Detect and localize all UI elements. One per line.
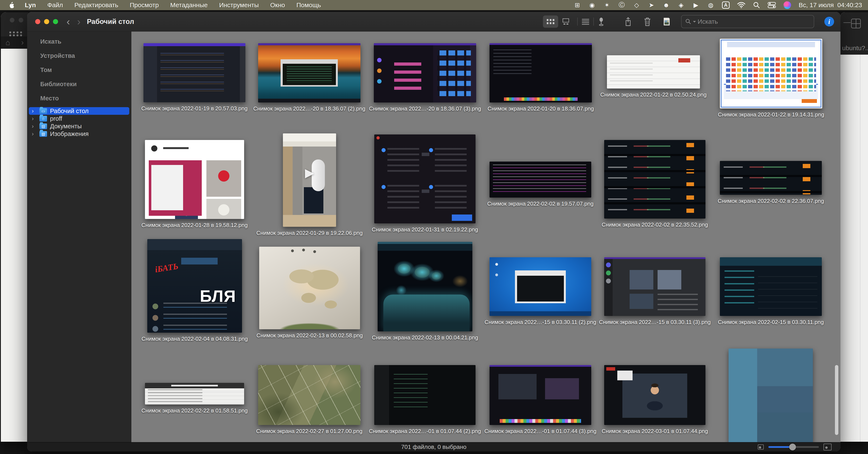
textsniper-icon[interactable]: ✶ [603, 1, 611, 9]
disclosure-chevron-icon[interactable]: › [32, 108, 36, 115]
forward-button[interactable]: › [77, 17, 81, 27]
gallery-view-button[interactable] [558, 15, 574, 28]
info-button[interactable]: i [824, 17, 834, 27]
sidebar-place-item[interactable]: › ▤ Документы [29, 122, 129, 130]
file-name-label: Снимок экрана 2022-01-22 в 19.14.31.png [718, 111, 824, 118]
file-thumbnail[interactable] [283, 133, 336, 227]
disclosure-chevron-icon[interactable]: › [32, 123, 36, 130]
file-thumbnail[interactable] [490, 162, 591, 198]
file-thumbnail[interactable] [604, 140, 706, 219]
file-thumbnail[interactable] [258, 43, 361, 102]
disclosure-chevron-icon[interactable]: › [32, 116, 36, 122]
zoom-button[interactable] [53, 19, 58, 24]
search-input[interactable] [698, 18, 810, 25]
menu-item[interactable]: Окно [265, 1, 291, 9]
slider-knob[interactable] [789, 444, 796, 450]
tab-grid-icon[interactable] [851, 19, 861, 28]
telegram-icon[interactable]: ➤ [648, 1, 655, 9]
file-thumbnail[interactable] [607, 55, 700, 89]
sidebar-section-search: Искать [40, 34, 131, 49]
menu-item[interactable]: Метаданные [164, 1, 213, 9]
menu-item[interactable]: Инструменты [213, 1, 265, 9]
file-thumbnail[interactable] [144, 43, 245, 102]
disclosure-chevron-icon[interactable]: › [32, 131, 36, 137]
background-window-left-header: ⌂ › [1, 12, 28, 49]
file-thumbnail[interactable] [728, 349, 813, 443]
file-name-label: Снимок экрана 2022…-20 в 18.36.07 (3).pn… [369, 105, 481, 112]
photos-app-icon[interactable] [663, 17, 671, 26]
file-name-label: Снимок экрана 2022-02-02 в 19.57.07.png [487, 200, 593, 207]
minimize-icon[interactable]: — [843, 18, 850, 26]
sidebar-place-label: Документы [50, 123, 82, 130]
play-circle-icon[interactable]: ▶ [692, 1, 700, 9]
bot-icon[interactable]: ☻ [663, 1, 670, 9]
traffic-light-dim-icon [10, 18, 14, 23]
file-thumbnail[interactable] [259, 247, 360, 329]
file-thumbnail[interactable] [490, 365, 591, 425]
file-thumbnail[interactable] [604, 365, 706, 425]
file-thumbnail[interactable] [145, 383, 244, 404]
background-window-left[interactable]: ⌂ › [1, 12, 28, 442]
menu-app-name[interactable]: Lyn [19, 1, 41, 9]
back-button[interactable]: ‹ [66, 17, 70, 27]
file-thumbnail[interactable] [378, 242, 472, 331]
apple-menu[interactable] [6, 2, 19, 8]
menu-item[interactable]: Редактировать [69, 1, 124, 9]
slider-track[interactable] [768, 446, 819, 448]
file-thumbnail[interactable] [490, 43, 592, 102]
background-window-left-nav: ⌂ › [1, 36, 28, 49]
search-field[interactable] [681, 15, 814, 28]
close-button[interactable] [35, 19, 40, 24]
c-app-icon[interactable]: Ⓒ [618, 1, 625, 9]
menu-item[interactable]: Помощь [291, 1, 327, 9]
screen-mirroring-icon[interactable]: ⊞ [574, 1, 581, 9]
vertical-scrollbar[interactable] [835, 365, 838, 435]
search-scope-chevron-icon[interactable] [693, 21, 696, 24]
control-center-icon[interactable] [768, 1, 776, 9]
file-thumbnail[interactable] [145, 140, 244, 219]
background-window-right[interactable]: — ubuntu?... [840, 12, 868, 442]
file-name-label: Снимок экрана 2022-02-27 в 01.27.00.png [256, 428, 362, 434]
share-button[interactable] [624, 17, 632, 26]
menu-clock[interactable]: Вс, 17 июля 04:40:23 [799, 1, 862, 9]
file-thumbnail[interactable] [374, 365, 475, 425]
siri-icon[interactable] [783, 1, 791, 9]
grid-view-button[interactable] [543, 15, 558, 28]
wifi-icon[interactable] [737, 1, 745, 9]
file-name-label: Снимок экрана 2022…-20 в 18.36.07 (2).pn… [253, 105, 365, 112]
pin-location-button[interactable] [598, 17, 605, 26]
chevron-right-icon[interactable]: › [21, 38, 24, 47]
file-thumbnail[interactable] [258, 365, 361, 425]
sidebar-place-item[interactable]: › ▭ Рабочий стол [29, 107, 129, 115]
navigation-icon[interactable]: ◉ [588, 1, 596, 9]
minimize-button[interactable] [44, 19, 49, 24]
account-icon[interactable]: ◍ [707, 1, 714, 9]
divider [593, 18, 594, 26]
flow-icon[interactable]: ◈ [678, 1, 685, 9]
file-thumbnail[interactable] [720, 39, 822, 108]
file-name-label: Снимок экрана 2022-01-29 в 19.22.06.png [256, 230, 363, 236]
folder-icon: ▨ [39, 131, 47, 137]
file-thumbnail[interactable] [147, 239, 242, 333]
sidebar-place-label: proff [50, 115, 62, 122]
file-thumbnail[interactable] [490, 257, 591, 316]
file-thumbnail[interactable] [604, 257, 706, 316]
file-thumbnail[interactable] [720, 161, 822, 195]
sidebar-section-places: Место [40, 91, 131, 105]
file-thumbnail[interactable] [720, 257, 822, 316]
trash-button[interactable] [644, 17, 651, 26]
home-icon[interactable]: ⌂ [5, 38, 10, 47]
file-name-label: Снимок экрана 2022-02-15 в 03.30.11.png [718, 319, 824, 325]
file-name-label: Снимок экрана 2022…-01 в 01.07.44 (3).pn… [485, 428, 596, 434]
extension-icon[interactable]: ◇ [633, 1, 640, 9]
sidebar-place-item[interactable]: › ⌂ proff [29, 115, 129, 122]
input-source-icon[interactable]: A [722, 1, 730, 9]
menu-item[interactable]: Просмотр [124, 1, 164, 9]
spotlight-icon[interactable] [753, 1, 760, 9]
menu-item[interactable]: Файл [41, 1, 69, 9]
list-view-button[interactable] [582, 19, 590, 25]
file-thumbnail[interactable] [374, 134, 475, 223]
sidebar-place-item[interactable]: › ▨ Изображения [29, 130, 129, 138]
file-name-label: Снимок экрана 2022-01-22 в 02.50.24.png [600, 92, 707, 98]
file-thumbnail[interactable] [374, 43, 476, 102]
